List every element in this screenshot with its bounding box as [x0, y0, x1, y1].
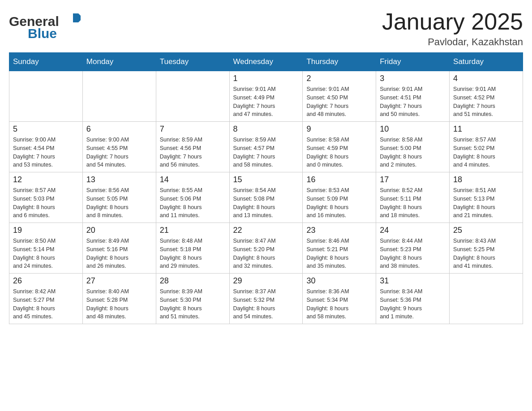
day-number: 11 — [453, 124, 519, 134]
day-info: Sunrise: 8:42 AM Sunset: 5:27 PM Dayligh… — [13, 287, 79, 321]
calendar-cell: 14Sunrise: 8:55 AM Sunset: 5:06 PM Dayli… — [156, 172, 229, 223]
header-day-thursday: Thursday — [303, 53, 376, 71]
day-info: Sunrise: 8:55 AM Sunset: 5:06 PM Dayligh… — [160, 186, 226, 220]
day-number: 25 — [453, 226, 519, 235]
day-info: Sunrise: 8:44 AM Sunset: 5:23 PM Dayligh… — [380, 237, 446, 270]
day-info: Sunrise: 8:40 AM Sunset: 5:28 PM Dayligh… — [86, 287, 152, 321]
calendar-table: SundayMondayTuesdayWednesdayThursdayFrid… — [9, 52, 523, 324]
calendar-cell: 29Sunrise: 8:37 AM Sunset: 5:32 PM Dayli… — [229, 274, 303, 324]
calendar-cell: 10Sunrise: 8:58 AM Sunset: 5:00 PM Dayli… — [376, 122, 450, 172]
calendar-cell: 9Sunrise: 8:58 AM Sunset: 4:59 PM Daylig… — [303, 122, 376, 172]
header-day-friday: Friday — [376, 53, 450, 71]
calendar-cell: 30Sunrise: 8:36 AM Sunset: 5:34 PM Dayli… — [303, 274, 376, 324]
week-row-5: 26Sunrise: 8:42 AM Sunset: 5:27 PM Dayli… — [9, 274, 523, 324]
svg-marker-1 — [73, 13, 78, 22]
day-info: Sunrise: 8:59 AM Sunset: 4:56 PM Dayligh… — [160, 136, 226, 169]
calendar-cell: 8Sunrise: 8:59 AM Sunset: 4:57 PM Daylig… — [229, 122, 303, 172]
day-number: 4 — [453, 74, 519, 83]
calendar-cell: 13Sunrise: 8:56 AM Sunset: 5:05 PM Dayli… — [82, 172, 156, 223]
day-info: Sunrise: 8:36 AM Sunset: 5:34 PM Dayligh… — [306, 287, 372, 321]
calendar-cell: 17Sunrise: 8:52 AM Sunset: 5:11 PM Dayli… — [376, 172, 450, 223]
calendar-cell: 22Sunrise: 8:47 AM Sunset: 5:20 PM Dayli… — [229, 223, 303, 274]
day-number: 6 — [86, 124, 152, 134]
calendar-cell: 18Sunrise: 8:51 AM Sunset: 5:13 PM Dayli… — [450, 172, 523, 223]
day-info: Sunrise: 8:50 AM Sunset: 5:14 PM Dayligh… — [13, 237, 79, 270]
calendar-cell: 20Sunrise: 8:49 AM Sunset: 5:16 PM Dayli… — [82, 223, 156, 274]
calendar-cell: 28Sunrise: 8:39 AM Sunset: 5:30 PM Dayli… — [156, 274, 229, 324]
week-row-3: 12Sunrise: 8:57 AM Sunset: 5:03 PM Dayli… — [9, 172, 523, 223]
day-number: 10 — [380, 124, 446, 134]
day-info: Sunrise: 8:34 AM Sunset: 5:36 PM Dayligh… — [380, 287, 446, 321]
calendar-cell: 26Sunrise: 8:42 AM Sunset: 5:27 PM Dayli… — [9, 274, 83, 324]
day-number: 13 — [86, 175, 152, 184]
calendar-cell: 11Sunrise: 8:57 AM Sunset: 5:02 PM Dayli… — [450, 122, 523, 172]
day-info: Sunrise: 8:46 AM Sunset: 5:21 PM Dayligh… — [306, 237, 372, 270]
calendar-cell — [156, 71, 229, 122]
header-day-tuesday: Tuesday — [156, 53, 229, 71]
day-number: 26 — [13, 276, 79, 286]
day-info: Sunrise: 8:58 AM Sunset: 5:00 PM Dayligh… — [380, 136, 446, 169]
day-number: 12 — [13, 175, 79, 184]
header-day-saturday: Saturday — [450, 53, 523, 71]
day-number: 30 — [306, 276, 372, 286]
day-info: Sunrise: 8:57 AM Sunset: 5:02 PM Dayligh… — [453, 136, 519, 169]
day-number: 3 — [380, 74, 446, 83]
calendar-cell — [82, 71, 156, 122]
day-number: 22 — [233, 226, 299, 235]
day-number: 20 — [86, 226, 152, 235]
day-info: Sunrise: 8:49 AM Sunset: 5:16 PM Dayligh… — [86, 237, 152, 270]
day-info: Sunrise: 8:54 AM Sunset: 5:08 PM Dayligh… — [233, 186, 299, 220]
calendar-cell: 19Sunrise: 8:50 AM Sunset: 5:14 PM Dayli… — [9, 223, 83, 274]
calendar-cell: 24Sunrise: 8:44 AM Sunset: 5:23 PM Dayli… — [376, 223, 450, 274]
day-number: 23 — [306, 226, 372, 235]
day-number: 7 — [160, 124, 226, 134]
day-number: 24 — [380, 226, 446, 235]
calendar-cell — [9, 71, 83, 122]
day-number: 17 — [380, 175, 446, 184]
day-info: Sunrise: 8:57 AM Sunset: 5:03 PM Dayligh… — [13, 186, 79, 220]
week-row-2: 5Sunrise: 9:00 AM Sunset: 4:54 PM Daylig… — [9, 122, 523, 172]
day-number: 14 — [160, 175, 226, 184]
day-number: 18 — [453, 175, 519, 184]
calendar-cell: 6Sunrise: 9:00 AM Sunset: 4:55 PM Daylig… — [82, 122, 156, 172]
calendar-cell: 15Sunrise: 8:54 AM Sunset: 5:08 PM Dayli… — [229, 172, 303, 223]
title-section: January 2025 Pavlodar, Kazakhstan — [382, 9, 523, 48]
day-number: 19 — [13, 226, 79, 235]
calendar-cell: 4Sunrise: 9:01 AM Sunset: 4:52 PM Daylig… — [450, 71, 523, 122]
day-info: Sunrise: 8:51 AM Sunset: 5:13 PM Dayligh… — [453, 186, 519, 220]
week-row-1: 1Sunrise: 9:01 AM Sunset: 4:49 PM Daylig… — [9, 71, 523, 122]
day-number: 8 — [233, 124, 299, 134]
day-info: Sunrise: 8:43 AM Sunset: 5:25 PM Dayligh… — [453, 237, 519, 270]
day-number: 16 — [306, 175, 372, 184]
day-info: Sunrise: 9:01 AM Sunset: 4:49 PM Dayligh… — [233, 85, 299, 119]
day-number: 5 — [13, 124, 79, 134]
page-header: General Blue January 2025 Pavlodar, Kaza… — [9, 9, 523, 48]
day-info: Sunrise: 8:53 AM Sunset: 5:09 PM Dayligh… — [306, 186, 372, 220]
day-number: 1 — [233, 74, 299, 83]
logo-svg: General Blue — [9, 9, 81, 43]
day-info: Sunrise: 9:01 AM Sunset: 4:51 PM Dayligh… — [380, 85, 446, 119]
day-number: 21 — [160, 226, 226, 235]
day-info: Sunrise: 8:52 AM Sunset: 5:11 PM Dayligh… — [380, 186, 446, 220]
day-info: Sunrise: 9:00 AM Sunset: 4:54 PM Dayligh… — [13, 136, 79, 169]
day-info: Sunrise: 8:39 AM Sunset: 5:30 PM Dayligh… — [160, 287, 226, 321]
calendar-cell: 2Sunrise: 9:01 AM Sunset: 4:50 PM Daylig… — [303, 71, 376, 122]
header-day-wednesday: Wednesday — [229, 53, 303, 71]
calendar-cell: 3Sunrise: 9:01 AM Sunset: 4:51 PM Daylig… — [376, 71, 450, 122]
day-info: Sunrise: 8:58 AM Sunset: 4:59 PM Dayligh… — [306, 136, 372, 169]
day-info: Sunrise: 9:01 AM Sunset: 4:52 PM Dayligh… — [453, 85, 519, 119]
calendar-cell: 16Sunrise: 8:53 AM Sunset: 5:09 PM Dayli… — [303, 172, 376, 223]
day-info: Sunrise: 9:00 AM Sunset: 4:55 PM Dayligh… — [86, 136, 152, 169]
day-number: 15 — [233, 175, 299, 184]
day-info: Sunrise: 8:56 AM Sunset: 5:05 PM Dayligh… — [86, 186, 152, 220]
calendar-cell: 5Sunrise: 9:00 AM Sunset: 4:54 PM Daylig… — [9, 122, 83, 172]
calendar-cell: 27Sunrise: 8:40 AM Sunset: 5:28 PM Dayli… — [82, 274, 156, 324]
calendar-cell — [450, 274, 523, 324]
calendar-cell: 31Sunrise: 8:34 AM Sunset: 5:36 PM Dayli… — [376, 274, 450, 324]
day-number: 27 — [86, 276, 152, 286]
calendar-header-row: SundayMondayTuesdayWednesdayThursdayFrid… — [9, 53, 523, 71]
calendar-cell: 7Sunrise: 8:59 AM Sunset: 4:56 PM Daylig… — [156, 122, 229, 172]
calendar-cell: 12Sunrise: 8:57 AM Sunset: 5:03 PM Dayli… — [9, 172, 83, 223]
svg-text:Blue: Blue — [28, 26, 57, 41]
day-info: Sunrise: 8:48 AM Sunset: 5:18 PM Dayligh… — [160, 237, 226, 270]
